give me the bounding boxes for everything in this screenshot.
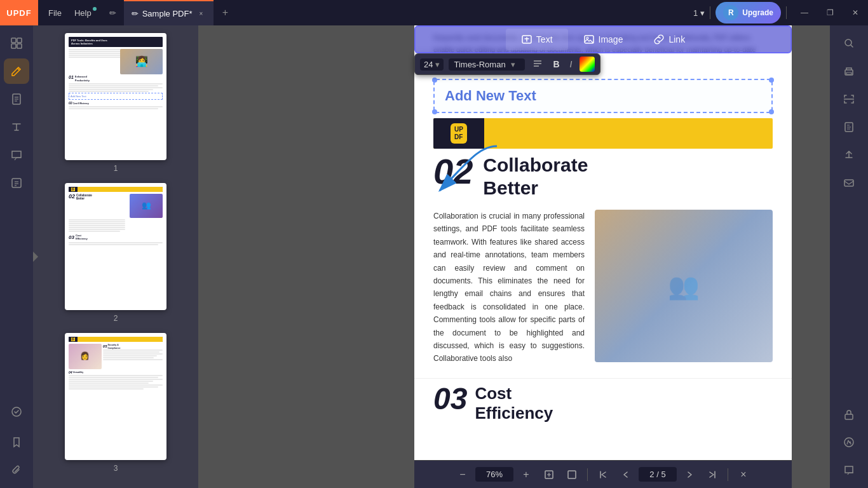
tab-inactive[interactable]: ✏ [102,0,124,25]
text-format-toolbar: 24 ▾ Times-Roman ▾ B I [414,53,600,75]
comment-tool[interactable] [4,142,29,168]
tab-edit-icon-active: ✏ [132,9,139,18]
close-toolbar-button[interactable]: × [733,464,754,485]
edit-tool[interactable] [4,58,29,84]
fit-width-button[interactable] [562,464,582,485]
section-2-text: Collaboration is crucial in many profess… [433,210,585,365]
pdf-page-content: frequently used documents, reducing the … [414,25,792,460]
bold-button[interactable]: B [550,58,562,71]
svg-rect-21 [568,471,576,478]
maximize-button[interactable]: ❐ [817,0,843,25]
close-button[interactable]: ✕ [843,0,868,25]
scan-button[interactable] [836,86,862,112]
thumbnail-tool[interactable] [4,30,29,56]
comment-right-button[interactable] [836,458,862,483]
thumbnail-label-1: 1 [114,164,118,173]
tab-sample-pdf[interactable]: ✏ Sample PDF* × [124,0,214,25]
font-size-control[interactable]: 24 ▾ [420,58,444,71]
text-color-button[interactable] [580,57,595,72]
bookmark-tool[interactable] [4,430,29,455]
svg-rect-24 [846,72,851,74]
svg-rect-1 [17,38,22,43]
zoom-in-button[interactable]: + [516,464,536,485]
insert-image-button[interactable]: Image [568,29,639,50]
thumbnail-image-2: UPDF 02 CollaborateBetter 👥 [65,183,166,310]
thumbnail-image-3: UPDF 👩 05 Security &Compliance [65,333,166,460]
section-collaborate-header: 02 CollaborateBetter [433,154,773,200]
font-name-dropdown-icon[interactable]: ▾ [511,60,515,69]
title-menu: File Help [38,6,102,20]
handle-br [769,109,774,114]
protect-button[interactable] [836,402,862,427]
section-2-image: 👥 [595,210,773,362]
organize-tool[interactable] [4,399,29,424]
thumbnail-panel: PDF Tools: Benefits and UsesAcross Indus… [33,25,198,488]
print-button[interactable] [836,58,862,84]
prev-page-button[interactable] [616,464,636,485]
titlebar: UPDF File Help ✏ ✏ Sample PDF* × + 1 ▾ R… [0,0,868,25]
font-name-control[interactable]: Times-Roman ▾ [449,58,525,71]
thumbnail-page-3[interactable]: UPDF 👩 05 Security &Compliance [38,330,193,475]
italic-button[interactable]: I [567,58,575,71]
sidebar-expand-indicator [33,252,38,262]
zoom-out-button[interactable]: − [452,464,473,485]
menu-help[interactable]: Help [69,6,97,20]
font-size-dropdown-icon[interactable]: ▾ [435,60,440,69]
main-area: PDF Tools: Benefits and UsesAcross Indus… [0,25,868,488]
svg-rect-28 [845,414,853,419]
right-sidebar [830,25,868,488]
last-page-button[interactable] [702,464,722,485]
minimize-button[interactable]: — [792,0,817,25]
highlight-tool[interactable] [4,170,29,196]
tab-name: Sample PDF* [142,9,193,18]
svg-point-15 [587,37,588,39]
attachment-tool[interactable] [4,458,29,483]
upgrade-button[interactable]: R Upgrade [715,2,781,24]
svg-rect-27 [844,180,853,186]
page-nav: 1 ▾ [693,8,705,18]
thumbnail-page-1[interactable]: PDF Tools: Benefits and UsesAcross Indus… [38,30,193,175]
handle-tl [432,78,437,83]
bottom-toolbar: − 76% + [414,460,792,488]
email-button[interactable] [836,170,862,196]
section-2-title: CollaborateBetter [483,154,588,200]
document-tool[interactable] [4,86,29,112]
title-right-controls: 1 ▾ R Upgrade [693,2,792,24]
ai-button[interactable] [836,430,862,455]
svg-rect-8 [12,179,21,187]
insert-link-button[interactable]: Link [638,29,700,50]
svg-rect-2 [11,44,16,48]
insert-toolbar: Text Image Link [414,25,792,53]
next-page-button[interactable] [679,464,700,485]
section-3-title: CostEfficiency [475,384,553,423]
user-avatar: R [723,5,738,20]
menu-file[interactable]: File [43,6,67,20]
section-3-number: 03 [433,384,467,414]
tab-edit-icon: ✏ [109,8,116,18]
add-text-box[interactable]: Add New Text [433,79,773,113]
page-dropdown-icon[interactable]: ▾ [700,8,705,18]
text-tool[interactable] [4,114,29,140]
fit-page-button[interactable] [539,464,559,485]
extract-button[interactable] [836,114,862,140]
share-button[interactable] [836,142,862,168]
app-logo: UPDF [0,0,38,25]
zoom-level-display[interactable]: 76% [475,467,513,482]
section-2-content: Collaboration is crucial in many profess… [433,210,773,365]
thumbnail-page-2[interactable]: UPDF 02 CollaborateBetter 👥 [38,180,193,325]
search-button[interactable] [836,30,862,56]
text-align-button[interactable] [530,57,545,72]
handle-tr [769,78,774,83]
updf-logo-block: UPDF [433,118,484,149]
thumbnail-image-1: PDF Tools: Benefits and UsesAcross Indus… [65,33,166,160]
pdf-area: Text Image Link 24 [198,25,830,488]
tab-add-button[interactable]: + [216,4,234,22]
svg-rect-3 [17,44,22,48]
left-sidebar [0,25,33,488]
section-collaborate: 02 CollaborateBetter Collaboration is cr… [414,154,792,378]
first-page-button[interactable] [593,464,613,485]
window-controls: — ❐ ✕ [792,0,868,25]
tab-close-button[interactable]: × [196,8,206,18]
insert-text-button[interactable]: Text [506,29,568,50]
page-info-display: 2 / 5 [639,467,677,482]
